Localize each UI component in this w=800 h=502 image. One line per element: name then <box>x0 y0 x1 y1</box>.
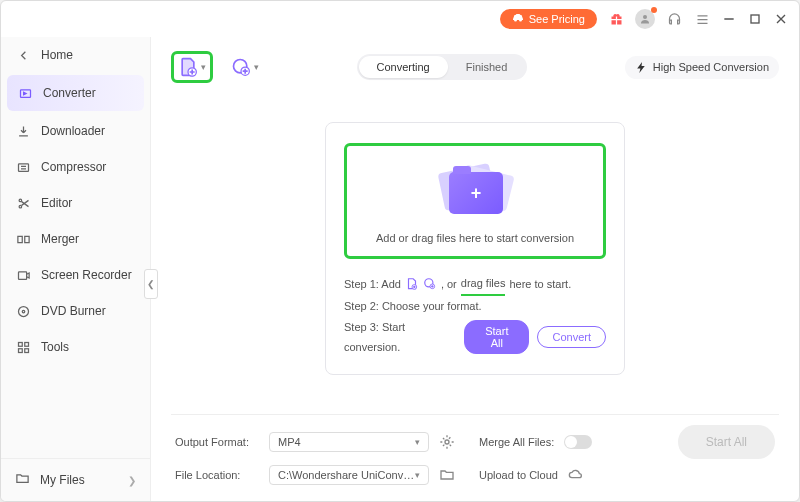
svg-rect-11 <box>18 342 22 346</box>
step-2: Step 2: Choose your format. <box>344 296 606 317</box>
gift-icon[interactable] <box>607 10 625 28</box>
start-all-button-inline[interactable]: Start All <box>464 320 529 354</box>
file-location-select[interactable]: C:\Wondershare UniConverter 1 ▾ <box>269 465 429 485</box>
user-avatar-icon[interactable] <box>635 9 655 29</box>
output-format-label: Output Format: <box>175 436 259 448</box>
sidebar-item-downloader[interactable]: Downloader <box>1 113 150 149</box>
add-file-button[interactable]: ▾ <box>171 51 213 83</box>
svg-point-21 <box>445 440 449 444</box>
svg-rect-7 <box>24 236 28 242</box>
maximize-button[interactable] <box>747 11 763 27</box>
sidebar-item-label: DVD Burner <box>41 304 106 318</box>
grid-icon <box>15 339 31 355</box>
sidebar-item-merger[interactable]: Merger <box>1 221 150 257</box>
see-pricing-label: See Pricing <box>529 13 585 25</box>
sidebar-item-label: Screen Recorder <box>41 268 132 282</box>
chevron-down-icon: ▾ <box>415 437 420 447</box>
svg-rect-8 <box>18 271 26 279</box>
file-location-value: C:\Wondershare UniConverter 1 <box>278 469 415 481</box>
sidebar-item-label: Merger <box>41 232 79 246</box>
main-panel: ▾ ▾ Converting Finished High Speed Conve… <box>151 37 799 501</box>
step1-suffix: here to start. <box>509 274 571 295</box>
drop-box: + Add or drag files here to start conver… <box>325 122 625 376</box>
svg-point-0 <box>643 15 647 19</box>
sidebar-item-converter[interactable]: Converter <box>7 75 144 111</box>
lightning-icon <box>635 61 648 74</box>
output-format-select[interactable]: MP4 ▾ <box>269 432 429 452</box>
record-icon <box>15 267 31 283</box>
sidebar-item-label: Converter <box>43 86 96 100</box>
my-files-button[interactable]: My Files ❯ <box>1 458 150 501</box>
tab-converting[interactable]: Converting <box>359 56 448 78</box>
svg-rect-1 <box>751 15 759 23</box>
sidebar-item-tools[interactable]: Tools <box>1 329 150 365</box>
chevron-down-icon: ▾ <box>415 470 420 480</box>
file-plus-icon <box>178 57 198 77</box>
step1-drag-files: drag files <box>461 273 506 296</box>
convert-button[interactable]: Convert <box>537 326 606 348</box>
drop-target[interactable]: + Add or drag files here to start conver… <box>344 143 606 259</box>
circle-plus-icon[interactable] <box>423 277 437 291</box>
minimize-button[interactable] <box>721 11 737 27</box>
sidebar-item-label: Tools <box>41 340 69 354</box>
headset-icon[interactable] <box>665 10 683 28</box>
svg-point-5 <box>19 205 22 208</box>
cloud-icon[interactable] <box>568 467 584 483</box>
sidebar-item-screen-recorder[interactable]: Screen Recorder <box>1 257 150 293</box>
merge-toggle[interactable] <box>564 435 592 449</box>
toolbar: ▾ ▾ Converting Finished High Speed Conve… <box>171 51 779 83</box>
titlebar: See Pricing <box>1 1 799 37</box>
file-location-label: File Location: <box>175 469 259 481</box>
output-format-value: MP4 <box>278 436 301 448</box>
disc-icon <box>15 303 31 319</box>
circle-plus-icon <box>231 57 251 77</box>
step-3: Step 3: Start conversion. Start All Conv… <box>344 317 606 359</box>
sidebar-item-compressor[interactable]: Compressor <box>1 149 150 185</box>
chevron-left-icon <box>15 47 31 63</box>
sidebar-item-label: Editor <box>41 196 72 210</box>
see-pricing-button[interactable]: See Pricing <box>500 9 597 29</box>
sidebar-item-label: Downloader <box>41 124 105 138</box>
sidebar-item-dvd-burner[interactable]: DVD Burner <box>1 293 150 329</box>
open-folder-icon[interactable] <box>439 467 455 483</box>
sidebar-collapse-handle[interactable]: ❮ <box>144 269 158 299</box>
steps: Step 1: Add , or drag files here to star… <box>344 273 606 359</box>
add-url-button[interactable]: ▾ <box>231 57 259 77</box>
step1-prefix: Step 1: Add <box>344 274 401 295</box>
start-all-button[interactable]: Start All <box>678 425 775 459</box>
folder-icon <box>15 471 30 489</box>
svg-rect-14 <box>24 348 28 352</box>
high-speed-button[interactable]: High Speed Conversion <box>625 56 779 79</box>
merger-icon <box>15 231 31 247</box>
svg-point-4 <box>19 199 22 202</box>
chevron-right-icon: ❯ <box>128 475 136 486</box>
status-tabs: Converting Finished <box>357 54 528 80</box>
sidebar-item-home[interactable]: Home <box>1 37 150 73</box>
sidebar-item-label: Compressor <box>41 160 106 174</box>
folder-plus-graphic: + <box>435 162 515 218</box>
svg-point-10 <box>22 310 25 313</box>
step3-text: Step 3: Start conversion. <box>344 317 456 359</box>
svg-point-9 <box>18 306 28 316</box>
download-icon <box>15 123 31 139</box>
menu-icon[interactable] <box>693 10 711 28</box>
sidebar-item-label: Home <box>41 48 73 62</box>
svg-rect-12 <box>24 342 28 346</box>
content-area: + Add or drag files here to start conver… <box>171 83 779 414</box>
body: Home Converter Downloader Compressor Edi… <box>1 37 799 501</box>
file-plus-icon[interactable] <box>405 277 419 291</box>
scissors-icon <box>15 195 31 211</box>
tab-finished[interactable]: Finished <box>448 56 526 78</box>
compressor-icon <box>15 159 31 175</box>
footer: Output Format: MP4 ▾ Merge All Files: St… <box>171 414 779 491</box>
drop-text: Add or drag files here to start conversi… <box>376 232 574 244</box>
svg-rect-13 <box>18 348 22 352</box>
my-files-label: My Files <box>40 473 85 487</box>
sidebar: Home Converter Downloader Compressor Edi… <box>1 37 151 501</box>
close-button[interactable] <box>773 11 789 27</box>
chevron-down-icon: ▾ <box>201 62 206 72</box>
gear-icon[interactable] <box>439 434 455 450</box>
step1-or: , or <box>441 274 457 295</box>
sidebar-item-editor[interactable]: Editor <box>1 185 150 221</box>
merge-label: Merge All Files: <box>479 436 554 448</box>
